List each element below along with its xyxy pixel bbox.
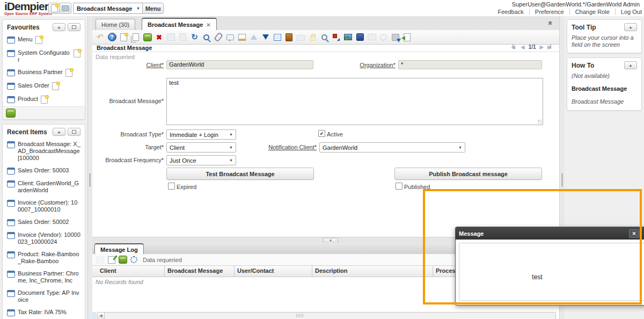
header-links: Feedback Preference Change Role Log Out [499, 9, 644, 15]
tab-message-log[interactable]: Message Log [94, 243, 144, 255]
column-header-client[interactable]: Client [100, 267, 116, 274]
preference-link[interactable]: Preference [530, 9, 570, 15]
last-record-icon[interactable]: ▶ [547, 44, 552, 50]
recent-item[interactable]: Client: GardenWorld_GardenWorld [3, 177, 85, 197]
file-import-icon[interactable] [402, 33, 412, 42]
maximize-panel-button[interactable] [68, 128, 80, 136]
save-create-new-icon[interactable] [178, 33, 187, 42]
parent-record-icon[interactable] [249, 33, 258, 42]
find-icon[interactable] [202, 33, 211, 42]
client-label[interactable]: Client* [97, 62, 164, 68]
copy-record-icon[interactable] [131, 33, 140, 42]
save-icon[interactable] [166, 33, 175, 42]
new-record-icon[interactable] [41, 96, 48, 104]
new-record-icon[interactable] [65, 69, 72, 77]
test-broadcast-button[interactable]: Test Broadcast Message [166, 168, 314, 180]
delete-selection-icon[interactable]: ✖ [155, 33, 164, 42]
next-record-icon[interactable]: ▶ [540, 44, 544, 50]
first-record-icon[interactable]: ◀ [513, 44, 517, 50]
feedback-link[interactable]: Feedback [493, 9, 530, 15]
broadcast-type-select[interactable]: Immediate + Login▼ [166, 129, 236, 140]
export-icon[interactable] [391, 33, 400, 42]
process-icon[interactable] [379, 33, 388, 42]
new-record-icon[interactable] [119, 33, 128, 42]
tab-broadcast-message[interactable]: Broadcast Message ✕ [142, 18, 217, 31]
column-header-broadcast-message[interactable]: Broadcast Message [167, 267, 223, 274]
favourite-item-system-configurator[interactable]: System Configurator [3, 47, 85, 66]
notification-client-label[interactable]: Notification Client* [247, 144, 317, 150]
open-folder-button[interactable] [60, 3, 71, 14]
column-header-description[interactable]: Description [315, 267, 348, 274]
expired-checkbox[interactable] [168, 183, 175, 190]
favourite-item-sales-order[interactable]: Sales Order [3, 79, 85, 93]
message-dialog-titlebar[interactable]: Message ✕ [456, 227, 644, 240]
recent-item[interactable]: Product: Rake-Bamboo_Rake-Bamboo [3, 248, 85, 267]
lock-icon[interactable] [308, 33, 317, 42]
window-selector[interactable]: Broadcast Message ▼ [73, 3, 144, 14]
collapse-panel-button[interactable]: ▲ [624, 61, 637, 69]
favourite-item-product[interactable]: Product [3, 93, 85, 106]
previous-record-icon[interactable]: ◀ [521, 44, 525, 50]
requests-icon[interactable] [343, 33, 353, 42]
broadcast-frequency-select[interactable]: Just Once▼ [166, 155, 236, 165]
log-edit-icon[interactable] [107, 255, 116, 264]
recent-item[interactable]: Document Type: AP Invoice [3, 287, 85, 306]
new-record-icon[interactable] [74, 49, 80, 57]
broadcast-message-textarea[interactable]: test [166, 78, 543, 125]
recent-item[interactable]: Sales Order: 50003 [3, 164, 85, 177]
new-record-icon[interactable] [52, 82, 59, 90]
close-icon[interactable]: ✕ [629, 229, 639, 238]
help-icon[interactable]: ? [107, 33, 116, 42]
report-window-icon[interactable] [367, 33, 376, 42]
report-icon[interactable] [237, 33, 246, 42]
chat-icon[interactable] [225, 33, 235, 42]
collapse-east-panel-icon[interactable]: » [545, 21, 554, 25]
change-role-link[interactable]: Change Role [570, 9, 616, 15]
favourite-item-menu[interactable]: Menu [3, 33, 85, 47]
scrollbar-grip[interactable] [296, 314, 304, 317]
target-select[interactable]: Client▼ [166, 142, 236, 153]
close-tab-icon[interactable]: ✕ [206, 22, 210, 28]
detail-record-icon[interactable] [261, 33, 270, 42]
log-delete-icon[interactable] [118, 255, 127, 264]
scroll-left-icon[interactable]: ◀ [98, 313, 105, 319]
new-window-button[interactable] [48, 3, 60, 14]
collapse-panel-button[interactable]: ▲ [53, 128, 65, 136]
tab-home[interactable]: Home (30) [96, 19, 135, 30]
notification-client-select[interactable]: GardenWorld▼ [319, 142, 465, 153]
recent-item[interactable]: Invoice (Vendor): 10000023_10000024 [3, 229, 85, 248]
requery-icon[interactable]: ↻ [190, 33, 199, 42]
window-icon [7, 141, 15, 148]
log-process-gear-icon[interactable] [129, 255, 138, 264]
recent-item[interactable]: Business Partner: Chrome, Inc_Chrome, In… [3, 267, 85, 287]
undo-icon[interactable]: ↶ [96, 33, 105, 42]
collapse-panel-button[interactable]: ▲ [53, 23, 65, 31]
maximize-panel-button[interactable] [68, 23, 80, 31]
howto-heading: Broadcast Message [567, 79, 641, 92]
active-checkbox[interactable]: ✔ [318, 130, 325, 137]
recent-item[interactable]: Invoice (Customer): 100007_10000010 [3, 197, 85, 216]
recent-item[interactable]: Sales Order: 50002 [3, 216, 85, 229]
zoom-across-icon[interactable] [320, 33, 329, 42]
trash-icon[interactable] [6, 108, 16, 118]
recent-item[interactable]: Broadcast Message: X_AD_BroadcastMessage… [3, 138, 85, 164]
logout-link[interactable]: Log Out [616, 9, 644, 15]
print-icon[interactable] [296, 33, 305, 42]
organization-label[interactable]: Organization* [343, 62, 396, 68]
grid-toggle-icon[interactable] [273, 33, 282, 42]
new-record-icon[interactable] [35, 36, 42, 44]
recent-item[interactable]: Tax Rate: IVA 75% [3, 306, 85, 319]
attachment-icon[interactable] [214, 33, 223, 42]
window-icon [7, 180, 15, 187]
collapse-panel-button[interactable]: ▲ [624, 23, 637, 31]
publish-broadcast-button[interactable]: Publish Broadcast message [394, 168, 542, 180]
archive-icon[interactable] [355, 33, 364, 42]
delete-record-icon[interactable] [143, 33, 152, 42]
published-checkbox[interactable] [396, 183, 402, 190]
menu-button[interactable]: Menu [142, 3, 164, 14]
product-info-icon[interactable] [284, 33, 294, 42]
horizontal-scrollbar[interactable]: ◀ [97, 312, 556, 319]
workflow-icon[interactable] [332, 33, 341, 42]
column-header-user-contact[interactable]: User/Contact [237, 267, 274, 274]
favourite-item-business-partner[interactable]: Business Partner [3, 66, 85, 79]
